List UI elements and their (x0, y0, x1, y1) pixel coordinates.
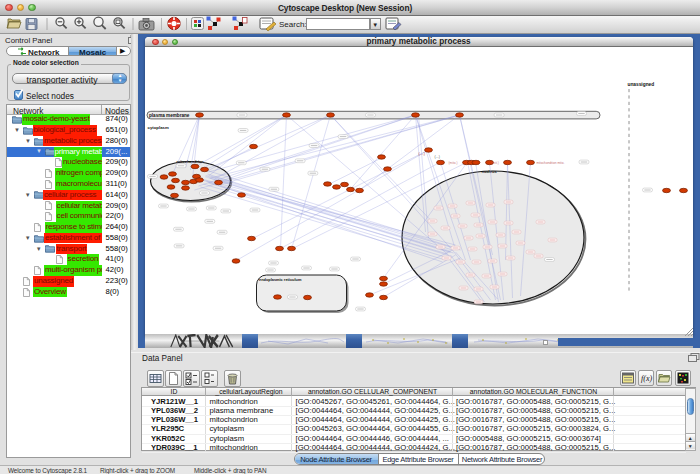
svg-text:(...): (...) (434, 155, 439, 159)
svg-text:(mit.): (mit.) (491, 161, 498, 165)
svg-text:f(x): f(x) (641, 374, 652, 383)
svg-text:nucleus: nucleus (481, 169, 497, 174)
svg-text:endoplasmic reticulum: endoplasmic reticulum (259, 277, 302, 282)
svg-text:(....): (....) (418, 152, 424, 156)
svg-text:plasma membrane: plasma membrane (149, 113, 190, 118)
svg-text:cytoplasm: cytoplasm (147, 125, 168, 130)
svg-text:unassigned: unassigned (627, 82, 654, 87)
svg-text:(mito.): (mito.) (448, 161, 457, 165)
svg-text:mitochondrion mito.: mitochondrion mito. (536, 161, 564, 165)
